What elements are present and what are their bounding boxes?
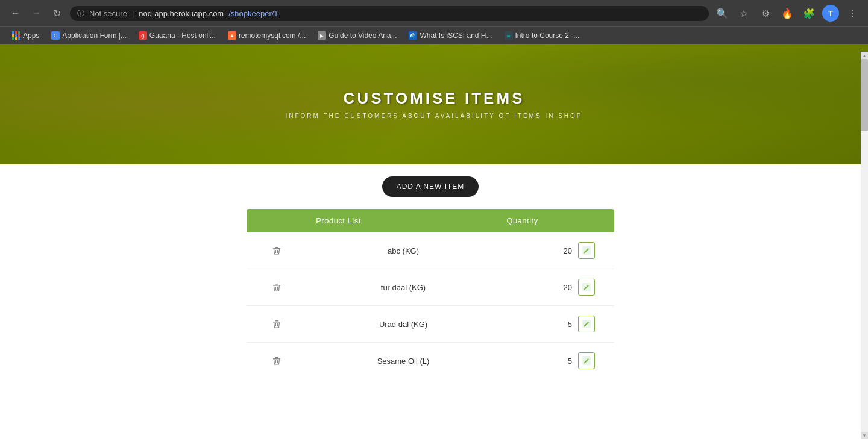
security-icon: ⓘ <box>77 8 84 19</box>
bookmark-guaana[interactable]: g Guaana - Host onli... <box>134 30 221 42</box>
delete-cell-3 <box>253 317 301 331</box>
bookmark-intro-course[interactable]: ∞ Intro to Course 2 -... <box>500 30 585 42</box>
url-path: /shopkeeper/1 <box>228 9 278 18</box>
product-table-container: Product List Quantity <box>247 209 614 379</box>
hero-title: CUSTOMISE ITEMS <box>344 89 525 108</box>
svg-rect-25 <box>275 357 278 358</box>
edit-button-3[interactable] <box>578 316 595 332</box>
svg-rect-7 <box>15 37 17 40</box>
reload-button[interactable]: ↻ <box>48 5 65 22</box>
svg-rect-2 <box>18 31 20 34</box>
search-button[interactable]: 🔍 <box>714 5 731 22</box>
scrollbar[interactable]: ▲ ▼ <box>861 52 868 405</box>
edit-button-1[interactable] <box>578 242 595 259</box>
quantity-4: 5 <box>506 356 578 366</box>
edit-icon <box>582 246 591 255</box>
delete-button-4[interactable] <box>269 353 284 368</box>
puzzle-button[interactable]: 🧩 <box>800 5 817 22</box>
forward-button[interactable]: → <box>28 5 45 22</box>
trash-icon <box>272 319 281 329</box>
url-separator: | <box>132 9 134 18</box>
browser-chrome: ← → ↻ ⓘ Not secure | noq-app.herokuapp.c… <box>0 0 868 44</box>
guaana-label: Guaana - Host onli... <box>149 31 216 40</box>
main-content: ADD A NEW ITEM Product List Quantity <box>0 164 861 403</box>
svg-rect-19 <box>273 322 280 323</box>
edit-button-4[interactable] <box>578 352 595 369</box>
svg-rect-14 <box>273 285 280 286</box>
delete-button-1[interactable] <box>269 243 284 258</box>
application-form-favicon: G <box>51 31 60 40</box>
toolbar-icons: 🔍 ☆ ⚙ 🔥 🧩 T ⋮ <box>714 5 861 22</box>
url-base: noq-app.herokuapp.com <box>139 9 224 18</box>
delete-button-3[interactable] <box>269 317 284 331</box>
bookmark-apps[interactable]: Apps <box>7 30 44 42</box>
edit-icon <box>582 356 591 365</box>
bookmark-remotemysql[interactable]: ▲ remotemysql.com /... <box>223 30 310 42</box>
product-name-1: abc (KG) <box>301 246 506 255</box>
table-header: Product List Quantity <box>247 209 614 232</box>
profile-button[interactable]: T <box>822 5 839 22</box>
table-row: abc (KG) 20 <box>247 232 614 269</box>
iscsi-favicon: 🌊 <box>409 31 417 40</box>
fire-button[interactable]: 🔥 <box>779 5 796 22</box>
edit-icon <box>582 320 591 328</box>
add-new-item-button[interactable]: ADD A NEW ITEM <box>382 176 479 197</box>
table-row: Sesame Oil (L) 5 <box>247 343 614 379</box>
nav-buttons: ← → ↻ <box>7 5 65 22</box>
trash-icon <box>272 282 281 292</box>
svg-rect-9 <box>273 248 280 249</box>
table-row: Urad dal (KG) 5 <box>247 306 614 343</box>
hero-subtitle: INFORM THE CUSTOMERS ABOUT AVAILABILITY … <box>285 113 582 119</box>
svg-rect-20 <box>275 320 278 322</box>
svg-rect-3 <box>12 34 14 37</box>
bookmarks-bar: Apps G Application Form |... g Guaana - … <box>0 26 868 44</box>
svg-rect-0 <box>12 31 14 34</box>
remotemysql-label: remotemysql.com /... <box>239 31 306 40</box>
bookmark-application-form[interactable]: G Application Form |... <box>46 30 131 42</box>
edit-button-2[interactable] <box>578 279 595 296</box>
svg-rect-15 <box>275 284 278 285</box>
edit-icon <box>582 283 591 291</box>
guaana-favicon: g <box>139 31 147 40</box>
quantity-1: 20 <box>506 246 578 255</box>
intro-course-favicon: ∞ <box>505 31 513 40</box>
svg-rect-8 <box>18 37 20 40</box>
delete-button-2[interactable] <box>269 280 284 294</box>
application-form-label: Application Form |... <box>62 31 127 40</box>
security-label: Not secure <box>89 9 127 18</box>
scroll-up-arrow[interactable]: ▲ <box>861 52 868 59</box>
back-button[interactable]: ← <box>7 5 24 22</box>
delete-cell-1 <box>253 243 301 258</box>
guide-video-label: Guide to Video Ana... <box>329 31 397 40</box>
svg-rect-6 <box>12 37 14 40</box>
browser-toolbar: ← → ↻ ⓘ Not secure | noq-app.herokuapp.c… <box>0 0 868 26</box>
menu-button[interactable]: ⋮ <box>844 5 861 22</box>
quantity-header: Quantity <box>430 209 614 232</box>
bookmark-iscsi[interactable]: 🌊 What Is iSCSI and H... <box>404 30 497 42</box>
product-name-4: Sesame Oil (L) <box>301 356 506 366</box>
svg-rect-24 <box>273 358 280 360</box>
apps-label: Apps <box>23 31 39 40</box>
trash-icon <box>272 246 281 255</box>
svg-rect-1 <box>15 31 17 34</box>
svg-rect-5 <box>18 34 20 37</box>
bookmark-button[interactable]: ☆ <box>735 5 752 22</box>
apps-favicon <box>12 31 20 40</box>
delete-cell-4 <box>253 353 301 368</box>
guide-video-favicon: ▶ <box>318 31 326 40</box>
quantity-3: 5 <box>506 320 578 329</box>
settings-button[interactable]: ⚙ <box>757 5 774 22</box>
scrollbar-thumb[interactable] <box>861 59 868 131</box>
table-row: tur daal (KG) 20 <box>247 269 614 306</box>
remotemysql-favicon: ▲ <box>228 31 236 40</box>
product-name-2: tur daal (KG) <box>301 283 506 292</box>
trash-icon <box>272 356 281 366</box>
bookmark-guide-video[interactable]: ▶ Guide to Video Ana... <box>313 30 401 42</box>
delete-cell-2 <box>253 280 301 294</box>
page-content: CUSTOMISE ITEMS INFORM THE CUSTOMERS ABO… <box>0 44 868 405</box>
product-name-3: Urad dal (KG) <box>301 320 506 329</box>
intro-course-label: Intro to Course 2 -... <box>515 31 580 40</box>
iscsi-label: What Is iSCSI and H... <box>420 31 492 40</box>
hero-section: CUSTOMISE ITEMS INFORM THE CUSTOMERS ABO… <box>0 44 868 164</box>
address-bar[interactable]: ⓘ Not secure | noq-app.herokuapp.com /sh… <box>70 6 709 21</box>
